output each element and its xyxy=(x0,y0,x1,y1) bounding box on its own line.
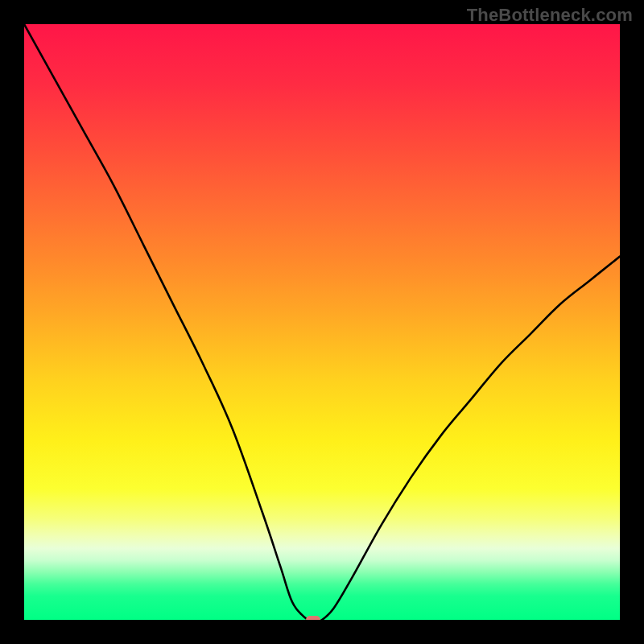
chart-frame: TheBottleneck.com xyxy=(0,0,644,644)
watermark-text: TheBottleneck.com xyxy=(467,5,633,26)
curve-layer xyxy=(24,24,620,620)
optimal-marker xyxy=(306,616,320,620)
bottleneck-curve xyxy=(24,24,620,620)
plot-area xyxy=(24,24,620,620)
